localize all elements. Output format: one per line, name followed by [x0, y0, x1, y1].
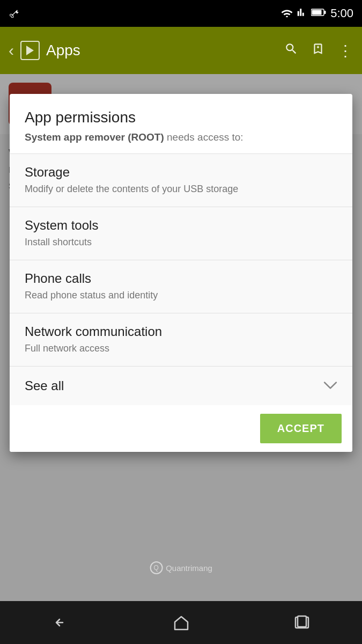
permission-network-desc: Full network access — [25, 342, 337, 355]
search-icon[interactable] — [284, 42, 298, 60]
key-icon: 🗝 — [6, 5, 22, 21]
svg-rect-5 — [298, 616, 306, 627]
permission-system-tools-desc: Install shortcuts — [25, 236, 337, 249]
watermark-icon: Q — [150, 561, 162, 574]
accept-button[interactable]: ACCEPT — [260, 414, 342, 443]
nav-recents-button[interactable] — [293, 615, 311, 630]
permission-storage-name: Storage — [25, 165, 337, 180]
permissions-dialog: App permissions System app remover (ROOT… — [10, 94, 352, 452]
svg-rect-3 — [324, 11, 326, 14]
nav-back-button[interactable] — [52, 615, 69, 630]
signal-icon — [297, 8, 307, 19]
permission-network-name: Network communication — [25, 324, 337, 339]
toolbar-title: Apps — [46, 42, 80, 59]
dialog-subtitle: System app remover (ROOT) needs access t… — [10, 130, 352, 153]
status-bar-right: 5:00 — [281, 6, 353, 20]
permission-system-tools: System tools Install shortcuts — [10, 207, 352, 260]
permission-phone-calls: Phone calls Read phone status and identi… — [10, 260, 352, 313]
permission-storage: Storage Modify or delete the contents of… — [10, 153, 352, 207]
wifi-icon — [281, 8, 293, 20]
permission-system-tools-name: System tools — [25, 218, 337, 233]
more-icon[interactable]: ⋮ — [338, 42, 353, 60]
back-icon[interactable]: ‹ — [9, 41, 14, 60]
permission-phone-calls-name: Phone calls — [25, 271, 337, 286]
nav-bar — [0, 601, 362, 644]
watermark-text: Quantrimang — [166, 564, 212, 573]
toolbar-left: ‹ Apps — [9, 41, 80, 60]
dialog-app-name: System app remover (ROOT) — [25, 131, 164, 143]
toolbar: ‹ Apps ⋮ — [0, 27, 362, 74]
permission-network: Network communication Full network acces… — [10, 313, 352, 366]
permission-storage-desc: Modify or delete the contents of your US… — [25, 182, 337, 196]
play-store-icon — [20, 41, 40, 60]
status-bar-left: 🗝 — [9, 8, 19, 20]
dialog-actions: ACCEPT — [10, 405, 352, 452]
dialog-subtitle-rest: needs access to: — [164, 131, 243, 143]
svg-rect-2 — [312, 10, 322, 15]
nav-home-button[interactable] — [173, 614, 190, 631]
svg-point-0 — [286, 16, 288, 17]
chevron-down-icon — [323, 379, 337, 393]
battery-icon — [311, 8, 326, 19]
see-all-label[interactable]: See all — [25, 378, 64, 393]
toolbar-actions: ⋮ — [284, 42, 353, 60]
bookmark-icon[interactable] — [311, 42, 325, 60]
status-bar: 🗝 5:00 — [0, 0, 362, 27]
permission-phone-calls-desc: Read phone status and identity — [25, 289, 337, 302]
status-time: 5:00 — [330, 6, 353, 20]
dialog-title: App permissions — [10, 94, 352, 130]
watermark: Q Quantrimang — [150, 561, 212, 574]
see-all-row[interactable]: See all — [10, 366, 352, 405]
